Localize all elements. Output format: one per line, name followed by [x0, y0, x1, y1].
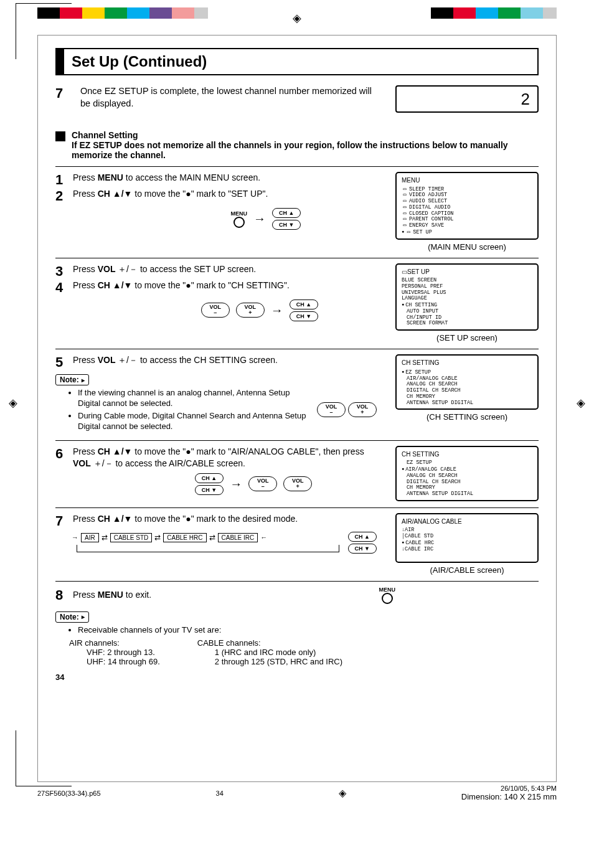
step-number: 7 — [55, 85, 68, 101]
air-channels-line: UHF: 14 through 69. — [87, 657, 160, 666]
air-channels-heading: AIR channels: — [69, 638, 160, 648]
step-text: Press MENU to access the MAIN MENU scree… — [73, 172, 377, 184]
osd-air-cable: AIR/ANALOG CABLE ↓AIR │CABLE STD CABLE H… — [395, 513, 539, 563]
step-text: Press CH ▲/▼ to move the "●" mark to "AI… — [73, 446, 377, 469]
registration-target-right: ◈ — [577, 396, 585, 410]
step-number: 2 — [55, 188, 69, 204]
step-number: 7 — [55, 513, 69, 529]
cable-channels-line: 1 (HRC and IRC mode only) — [215, 648, 342, 657]
arrow-right-icon: → — [253, 212, 266, 226]
arrow-right-icon: → — [230, 477, 242, 491]
ch-up-button-icon: CH ▲ — [290, 300, 318, 309]
mode-cycle-row: → AIR⇄ CABLE STD⇄ CABLE HRC⇄ CABLE IRC ← — [72, 533, 344, 542]
ch-up-button-icon: CH ▲ — [272, 208, 301, 218]
step-text: Once EZ SETUP is complete, the lowest ch… — [80, 85, 372, 110]
cable-channels-heading: CABLE channels: — [197, 638, 342, 648]
subsection-title: Channel Setting — [72, 130, 539, 140]
footer-page: 34 — [216, 790, 224, 797]
cable-channels-line: 2 through 125 (STD, HRC and IRC) — [215, 657, 342, 666]
ch-down-button-icon: CH ▼ — [348, 544, 377, 554]
vol-up-button-icon: VOL + — [236, 303, 265, 318]
note-item: If the viewing channel is an analog chan… — [78, 388, 312, 409]
step-number: 1 — [55, 172, 69, 188]
osd-ch-setting-2: CH SETTING EZ SETUP AIR/ANALOG CABLE ANA… — [395, 446, 539, 501]
step-number: 8 — [55, 587, 69, 603]
channel-display-value: 2 — [521, 90, 530, 109]
footer-dimension: Dimension: 140 X 215 mm — [461, 792, 557, 801]
ch-up-button-icon: CH ▲ — [195, 473, 224, 483]
registration-colorbar-left — [37, 7, 208, 19]
vol-down-button-icon: VOL – — [248, 476, 277, 491]
osd-main-menu: MENU ▭SLEEP TIMER ▭VIDEO ADJUST ▭AUDIO S… — [395, 172, 539, 240]
square-bullet-icon — [55, 131, 65, 141]
osd-setup-menu: ▭SET UP BLUE SCREEN PERSONAL PREF UNIVER… — [395, 263, 539, 331]
title-text: Set Up (Continued) — [72, 53, 530, 70]
registration-target-bottom: ◈ — [339, 787, 346, 799]
step-text: Press CH ▲/▼ to move the "●" mark to "CH… — [73, 280, 377, 291]
step-number: 3 — [55, 263, 69, 280]
vol-up-button-icon: VOL + — [283, 476, 312, 491]
loop-bracket-icon — [77, 545, 339, 552]
menu-button-icon: MENU — [231, 210, 248, 228]
registration-target-left: ◈ — [9, 396, 17, 410]
ch-up-button-icon: CH ▲ — [348, 532, 377, 542]
section-title: Set Up (Continued) — [55, 48, 539, 75]
osd-ch-setting: CH SETTING EZ SETUP AIR/ANALOG CABLE ANA… — [395, 354, 539, 410]
note-item: During Cable mode, Digital Channel Searc… — [78, 411, 312, 432]
page-content: Set Up (Continued) 7 Once EZ SETUP is co… — [37, 35, 557, 782]
footer-date: 26/10/05, 5:43 PM — [461, 785, 557, 792]
step-number: 4 — [55, 280, 69, 296]
step-text: Press VOL ＋/－ to access the SET UP scree… — [73, 263, 377, 275]
step-text: Press CH ▲/▼ to move the "●" mark to "SE… — [73, 188, 377, 200]
registration-target-top: ◈ — [293, 11, 301, 25]
step-text: Press MENU to exit. — [73, 589, 375, 601]
vol-down-button-icon: VOL – — [317, 402, 346, 417]
registration-colorbar-right — [431, 7, 557, 19]
air-channels-line: VHF: 2 through 13. — [87, 648, 160, 657]
osd-caption: (CH SETTING screen) — [395, 412, 539, 422]
vol-up-button-icon: VOL + — [348, 402, 377, 417]
note-badge: Note: — [55, 374, 89, 385]
channel-display-box: 2 — [395, 85, 539, 113]
ch-down-button-icon: CH ▼ — [290, 311, 318, 321]
ch-down-button-icon: CH ▼ — [195, 485, 224, 495]
menu-button-icon: MENU — [379, 587, 396, 604]
step-number: 6 — [55, 446, 69, 462]
ch-down-button-icon: CH ▼ — [272, 220, 301, 230]
subsection-sub: If EZ SETUP does not memorize all the ch… — [72, 140, 539, 160]
note-item: Receivable channels of your TV set are: — [78, 625, 539, 636]
vol-down-button-icon: VOL – — [201, 303, 230, 318]
note-badge: Note: — [55, 611, 89, 623]
step-text: Press VOL ＋/－ to access the CH SETTING s… — [73, 354, 377, 366]
page-number: 34 — [55, 672, 539, 682]
osd-caption: (AIR/CABLE screen) — [395, 565, 539, 575]
osd-caption: (MAIN MENU screen) — [395, 242, 539, 252]
footer-filename: 27SF560(33-34).p65 — [37, 790, 101, 797]
arrow-right-icon: → — [271, 303, 283, 318]
step-text: Press CH ▲/▼ to move the "●" mark to the… — [73, 513, 377, 525]
step-number: 5 — [55, 354, 69, 370]
osd-caption: (SET UP screen) — [395, 333, 539, 342]
